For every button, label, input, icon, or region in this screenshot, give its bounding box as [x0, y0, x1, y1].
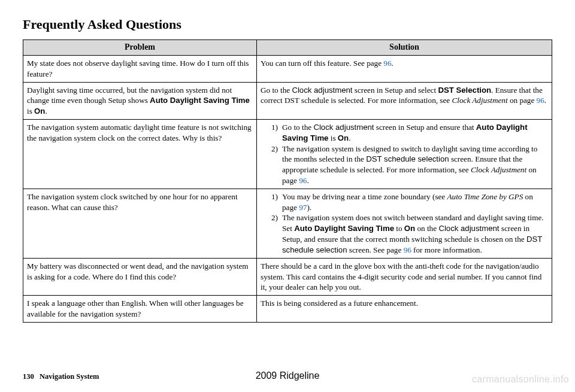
col-header-problem: Problem [23, 40, 257, 56]
problem-cell: The navigation system clock switched by … [23, 189, 257, 258]
col-header-solution: Solution [257, 40, 552, 56]
text: You may be driving near a time zone boun… [282, 192, 447, 201]
text: screen in Setup and select [353, 86, 438, 95]
problem-cell: Daylight saving time occurred, but the n… [23, 82, 257, 119]
reference: Auto Time Zone by GPS [447, 192, 523, 201]
ordered-list: 1) You may be driving near a time zone b… [261, 192, 548, 256]
ui-term: On [34, 107, 45, 116]
text: . [307, 176, 308, 185]
text: Go to the [261, 86, 292, 95]
page-link[interactable]: 96 [299, 176, 307, 185]
list-number: 2) [271, 212, 282, 255]
page-number: 130 [23, 372, 34, 381]
page-link[interactable]: 96 [404, 245, 411, 254]
ui-term: Clock adjustment [438, 224, 499, 233]
text: is [27, 107, 34, 116]
text: for more information. [411, 245, 482, 254]
list-item: 2) The navigation system is designed to … [271, 144, 548, 186]
ui-term: Clock adjustment [292, 86, 352, 95]
solution-cell: There should be a card in the glove box … [257, 258, 552, 295]
watermark: carmanualsonline.info [472, 374, 569, 385]
list-item: 1) Go to the Clock adjustment screen in … [271, 122, 548, 144]
faq-table: Problem Solution My state does not obser… [23, 39, 552, 323]
ui-term: Auto Daylight Saving Time [294, 224, 394, 233]
text: You can turn off this feature. See page [261, 59, 383, 68]
page-link[interactable]: 97 [299, 203, 307, 212]
text: Go to the [282, 123, 313, 132]
list-number: 1) [271, 192, 282, 213]
ui-term: On [338, 133, 349, 142]
table-row: The navigation system automatic daylight… [23, 119, 552, 189]
solution-cell: Go to the Clock adjustment screen in Set… [257, 82, 552, 119]
text: screen in Setup and ensure that [374, 123, 476, 132]
text: on the [415, 224, 438, 233]
text: . [392, 59, 394, 68]
solution-cell: 1) Go to the Clock adjustment screen in … [257, 119, 552, 189]
model-year: 2009 Ridgeline [256, 370, 320, 381]
problem-cell: I speak a language other than English. W… [23, 296, 257, 323]
list-number: 1) [271, 122, 282, 144]
problem-cell: My state does not observe daylight savin… [23, 55, 257, 82]
text: . [544, 96, 546, 105]
solution-cell: This is being considered as a future enh… [257, 296, 552, 323]
ui-term: On [404, 224, 415, 233]
table-row: I speak a language other than English. W… [23, 296, 552, 323]
solution-cell: You can turn off this feature. See page … [257, 55, 552, 82]
text: on page [508, 96, 537, 105]
table-row: The navigation system clock switched by … [23, 189, 552, 258]
section-name: Navigation System [40, 372, 99, 381]
problem-cell: My battery was disconnected or went dead… [23, 258, 257, 295]
reference: Clock Adjustment [452, 96, 507, 105]
solution-cell: 1) You may be driving near a time zone b… [257, 189, 552, 258]
page-link[interactable]: 96 [537, 96, 544, 105]
text: ). [307, 203, 311, 212]
table-row: My battery was disconnected or went dead… [23, 258, 552, 295]
ui-term: DST Selection [438, 86, 491, 95]
text: screen. See page [347, 245, 404, 254]
page-link[interactable]: 96 [383, 59, 391, 68]
table-row: My state does not observe daylight savin… [23, 55, 552, 82]
list-item: 1) You may be driving near a time zone b… [271, 192, 548, 213]
reference: Clock Adjustment [471, 165, 526, 174]
ui-term: DST schedule selection [366, 154, 449, 163]
text: . [349, 133, 350, 142]
page-title: Frequently Asked Questions [23, 17, 552, 32]
text: to [394, 224, 404, 233]
text: is [328, 133, 337, 142]
list-item: 2) The navigation system does not switch… [271, 212, 548, 255]
list-number: 2) [271, 144, 282, 186]
table-header-row: Problem Solution [23, 40, 552, 56]
text: . [45, 107, 47, 116]
ui-term: Clock adjustment [313, 123, 374, 132]
table-row: Daylight saving time occurred, but the n… [23, 82, 552, 119]
problem-cell: The navigation system automatic daylight… [23, 119, 257, 189]
ordered-list: 1) Go to the Clock adjustment screen in … [261, 122, 548, 186]
ui-term: Auto Daylight Saving Time [150, 96, 250, 105]
